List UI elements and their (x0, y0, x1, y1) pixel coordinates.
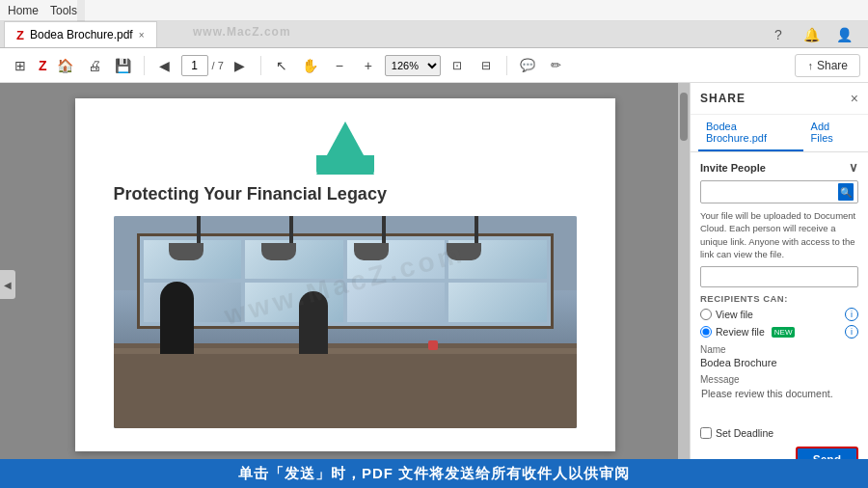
share-file-tabs: Bodea Brochure.pdf Add Files (691, 115, 868, 152)
zoom-select[interactable]: 126% 100% 75% (385, 55, 441, 76)
next-page-button[interactable]: ▶ (228, 53, 253, 78)
fit-page-button[interactable]: ⊡ (445, 53, 470, 78)
share-label: Share (817, 59, 848, 72)
tab-icon: Z (16, 28, 24, 42)
search-icon: 🔍 (840, 187, 852, 198)
share-header: SHARE × (691, 83, 868, 115)
acrobat-logo: Z (39, 58, 47, 73)
prev-page-button[interactable]: ◀ (152, 53, 177, 78)
review-file-label: Review file (716, 326, 765, 338)
pdf-page: Protecting Your Financial Legacy (75, 98, 615, 451)
share-panel-title: SHARE (700, 92, 746, 105)
bottom-bar: 单击「发送」时，PDF 文件将发送给所有收件人以供审阅 (0, 459, 868, 488)
pdf-image (114, 216, 577, 428)
save-button[interactable]: 💾 (111, 53, 136, 78)
page-number-input[interactable] (181, 55, 208, 76)
pen-tool[interactable]: ✏ (544, 53, 569, 78)
view-file-label: View file (716, 309, 753, 320)
divider-2 (260, 56, 261, 75)
print-button[interactable]: 🖨 (82, 53, 107, 78)
review-file-option[interactable]: Review file NEW i (700, 325, 858, 339)
tab-bar: Z Bodea Brochure.pdf × www.MacZ.com ? 🔔 … (0, 21, 868, 48)
pdf-viewer[interactable]: www.MacZ.com ◀ Protecting Your Financial… (0, 83, 690, 486)
email-input[interactable] (700, 266, 858, 287)
bottom-text: 单击「发送」时，PDF 文件将发送给所有收件人以供审阅 (238, 465, 630, 483)
recipients-label: RECIPIENTS CAN: (700, 293, 858, 304)
watermark-tab: www.MacZ.com (193, 25, 291, 39)
menu-home[interactable]: Home (8, 4, 39, 17)
deadline-checkbox[interactable] (700, 427, 712, 439)
search-icon-box[interactable]: 🔍 (838, 183, 854, 201)
tab-bodea-brochure[interactable]: Z Bodea Brochure.pdf × (4, 21, 157, 47)
notifications-button[interactable]: 🔔 (799, 22, 824, 47)
tab-close-icon[interactable]: × (139, 30, 145, 41)
zoom-out-button[interactable]: − (327, 53, 352, 78)
help-button[interactable]: ? (766, 22, 791, 47)
share-button[interactable]: ↑ Share (795, 54, 860, 77)
scroll-thumb[interactable] (680, 93, 688, 141)
invite-collapse-icon[interactable]: ∨ (849, 160, 858, 175)
collapse-panel-arrow[interactable]: ◀ (0, 270, 15, 299)
menu-bar: Home Tools (0, 0, 868, 21)
share-close-button[interactable]: × (851, 91, 858, 106)
page-separator: / 7 (212, 60, 224, 71)
email-search-input[interactable] (705, 183, 838, 201)
cursor-tool[interactable]: ↖ (269, 53, 294, 78)
comment-button[interactable]: 💬 (515, 53, 540, 78)
pdf-logo (316, 122, 374, 175)
radio-group: View file i Review file NEW i (700, 308, 858, 339)
grid-view-button[interactable]: ⊞ (8, 53, 33, 78)
message-field-label: Message (700, 374, 858, 385)
zoom-in-button[interactable]: + (356, 53, 381, 78)
profile-button[interactable]: 👤 (831, 22, 856, 47)
view-file-radio[interactable] (700, 309, 712, 320)
tab-label: Bodea Brochure.pdf (30, 28, 133, 41)
share-up-icon: ↑ (807, 60, 813, 71)
main-area: www.MacZ.com ◀ Protecting Your Financial… (0, 83, 868, 486)
toolbar-right: ↑ Share (795, 54, 860, 77)
share-panel: SHARE × Bodea Brochure.pdf Add Files Inv… (690, 83, 868, 486)
hand-tool[interactable]: ✋ (298, 53, 323, 78)
divider-3 (506, 56, 507, 75)
new-badge: NEW (772, 327, 796, 338)
message-input[interactable] (700, 387, 858, 425)
tab-bar (77, 0, 85, 21)
toolbar: ⊞ Z 🏠 🖨 💾 ◀ / 7 ▶ ↖ ✋ − + 126% 100% 75% … (0, 48, 868, 83)
menu-tools[interactable]: Tools (50, 4, 77, 17)
deadline-label: Set Deadline (716, 427, 773, 439)
invite-people-section: Invite People ∨ 🔍 Your file will be uplo… (691, 152, 868, 486)
email-search-box: 🔍 (700, 180, 858, 203)
share-tab-file[interactable]: Bodea Brochure.pdf (698, 115, 803, 151)
review-file-radio[interactable] (700, 326, 712, 338)
view-file-option[interactable]: View file i (700, 308, 858, 321)
scroll-bar[interactable] (678, 83, 690, 486)
name-field-value: Bodea Brochure (700, 357, 858, 368)
divider-1 (144, 56, 145, 75)
share-tab-add-files[interactable]: Add Files (803, 115, 860, 151)
review-file-info-icon[interactable]: i (845, 325, 858, 339)
invite-people-title: Invite People ∨ (700, 160, 858, 175)
home-button[interactable]: 🏠 (53, 53, 78, 78)
pdf-title: Protecting Your Financial Legacy (114, 184, 577, 204)
view-file-info-icon[interactable]: i (845, 308, 858, 321)
deadline-row: Set Deadline (700, 427, 858, 439)
name-field-label: Name (700, 344, 858, 355)
fit-width-button[interactable]: ⊟ (474, 53, 499, 78)
share-info-text: Your file will be uploaded to Document C… (700, 209, 858, 260)
